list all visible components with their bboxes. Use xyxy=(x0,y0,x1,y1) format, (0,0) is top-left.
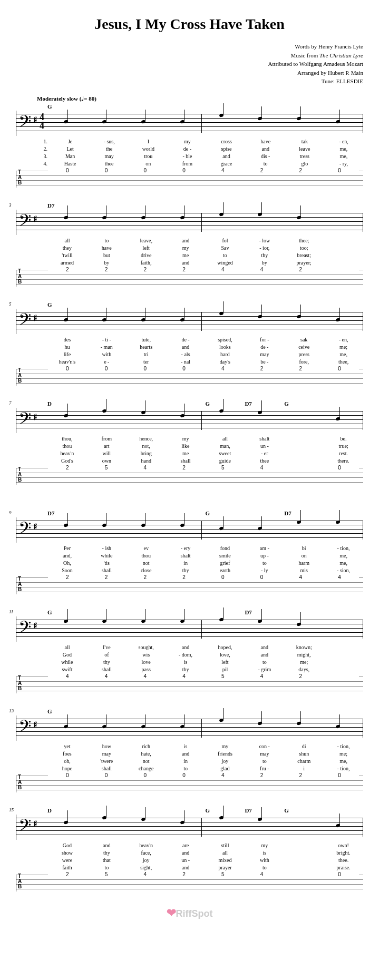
lyric-syllable: mis xyxy=(284,567,324,573)
lyric-syllable: Je xyxy=(51,139,90,144)
lyric-syllable: - tion, xyxy=(324,766,363,771)
tab-fret: 4 xyxy=(242,673,281,679)
lyric-syllable: - dom, xyxy=(166,652,206,658)
lyric-line: werethatjoyun -mixedwiththee. xyxy=(47,857,363,864)
lyric-syllable: shun xyxy=(284,751,324,757)
lyric-line: Godandheav'narestillmyown! xyxy=(47,842,363,849)
lyric-syllable: own! xyxy=(324,842,363,848)
lyric-syllable: faith xyxy=(47,865,87,870)
lyric-line: foesmayhate,andfriendsmayshunme; xyxy=(47,750,363,758)
chord-symbol xyxy=(284,103,324,111)
lyric-syllable: left xyxy=(127,245,166,251)
lyric-syllable: Sav xyxy=(206,245,245,251)
chord-symbol xyxy=(87,202,127,210)
lyric-syllable: and xyxy=(166,751,206,757)
tab-numbers: 00004220 xyxy=(48,772,359,778)
chord-row: GD7 xyxy=(47,609,363,616)
chord-row: G xyxy=(47,301,363,309)
lyric-syllable: and xyxy=(166,260,206,266)
lyric-syllable: armed xyxy=(47,260,87,266)
lyric-syllable: and, xyxy=(47,553,87,558)
lyric-syllable: - man xyxy=(87,344,127,350)
chord-symbol xyxy=(245,510,284,517)
tab-numbers: 2542540 xyxy=(48,871,359,877)
tab-fret: 5 xyxy=(203,871,242,877)
lyric-syllable: des xyxy=(47,337,87,342)
lyric-syllable: to xyxy=(245,865,284,870)
chord-symbol xyxy=(166,301,206,309)
bass-clef-icon: 𝄢 xyxy=(18,517,31,543)
key-signature: ♯ xyxy=(33,819,37,829)
lyric-syllable: world xyxy=(129,146,168,152)
tab-fret xyxy=(320,673,359,679)
tab-fret: 4 xyxy=(203,267,242,272)
lyric-syllable: might, xyxy=(284,652,324,658)
lyric-syllable: will xyxy=(87,450,127,456)
lyric-syllable: bright. xyxy=(324,850,363,856)
chord-symbol xyxy=(87,103,127,111)
lyric-line: Oh,'tisnotingrieftoharmme, xyxy=(47,560,363,567)
lyric-syllable: to xyxy=(246,161,285,166)
lyric-syllable: wis xyxy=(127,652,166,658)
tab-fret: 4 xyxy=(126,465,165,471)
lyric-syllable: that xyxy=(87,857,127,863)
key-signature: ♯ xyxy=(33,522,37,532)
lyric-syllable: leave xyxy=(285,146,324,152)
lyric-syllable: my xyxy=(166,245,206,251)
lyric-syllable: - tion, xyxy=(324,545,363,551)
lyrics-block: des- ti -tute,de -spised,for -sak- en,hu… xyxy=(47,336,363,366)
lyric-syllable: and xyxy=(245,652,284,658)
lyric-syllable: earth xyxy=(206,567,245,573)
lyric-syllable: me, xyxy=(324,560,363,566)
tablature: TAB00004220 xyxy=(16,369,363,386)
chord-symbol xyxy=(206,103,245,111)
chord-symbol xyxy=(87,301,127,309)
lyric-syllable: con - xyxy=(245,743,284,749)
lyric-syllable: cross xyxy=(207,139,246,144)
tab-fret: 4 xyxy=(164,673,203,679)
lyric-syllable: - ly xyxy=(245,567,284,573)
lyric-syllable: my xyxy=(168,139,207,144)
lyric-syllable: oh, xyxy=(47,758,87,764)
lyric-line: thouartnot,likeman,un -true; xyxy=(47,443,363,450)
lyric-syllable: - er xyxy=(245,450,284,456)
tab-fret: 0 xyxy=(320,772,359,778)
lyric-syllable: to xyxy=(245,659,284,665)
chord-symbol xyxy=(324,202,363,210)
chord-symbol xyxy=(284,708,324,716)
chord-row: G xyxy=(47,708,363,716)
chord-symbol xyxy=(245,202,284,210)
lyric-syllable: hand xyxy=(127,458,166,464)
lyric-syllable: ter xyxy=(127,359,166,365)
lyric-syllable: from xyxy=(87,436,127,442)
tab-fret: 5 xyxy=(203,465,242,471)
chord-symbol xyxy=(127,510,166,517)
key-signature: ♯ xyxy=(33,313,37,323)
chord-symbol xyxy=(87,400,127,408)
notes-row xyxy=(48,616,359,642)
tab-label: TAB xyxy=(18,368,22,384)
lyric-line: oh,'twerenotinjoytocharmme, xyxy=(47,758,363,765)
lyric-syllable: all xyxy=(47,238,87,243)
measure-number: 11 xyxy=(9,609,13,614)
lyric-syllable: and xyxy=(166,850,206,856)
tab-fret: 2 xyxy=(87,574,126,580)
lyric-syllable: and xyxy=(87,842,127,848)
lyric-syllable: still xyxy=(206,842,245,848)
lyric-syllable: the xyxy=(90,146,129,152)
staff: 5𝄢♯ xyxy=(16,309,363,334)
lyric-syllable: shalt xyxy=(245,436,284,442)
lyric-syllable: Oh, xyxy=(47,560,87,566)
system: D7GD79𝄢♯Per- ishev- eryfondam -bi- tion,… xyxy=(16,510,363,594)
tab-fret xyxy=(281,465,320,471)
lyric-syllable: my xyxy=(206,743,245,749)
chord-symbol xyxy=(324,103,363,111)
tab-fret: 0 xyxy=(126,366,165,371)
lyric-syllable: prayer; xyxy=(284,260,324,266)
lyric-syllable: to xyxy=(166,766,206,771)
lyric-syllable: me, xyxy=(324,351,363,357)
system: D73𝄢♯alltoleave,andfol- lowthee;theyhave… xyxy=(16,202,363,287)
tab-numbers: 4444542 xyxy=(48,673,359,679)
lyric-syllable: leave, xyxy=(127,238,166,243)
lyric-syllable: me xyxy=(166,252,206,258)
